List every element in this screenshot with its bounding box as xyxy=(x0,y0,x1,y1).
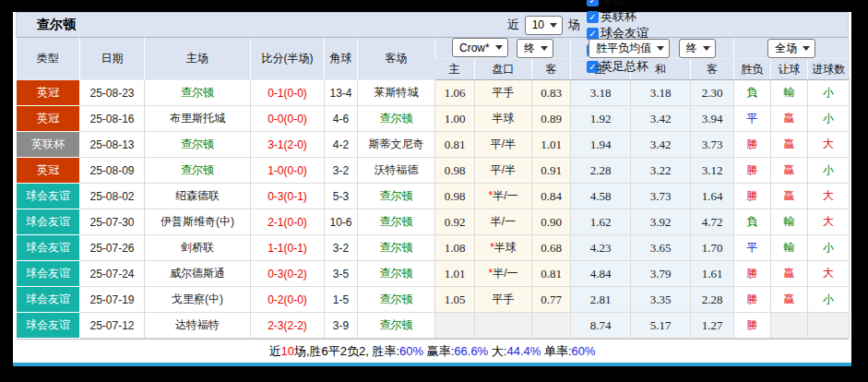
league-badge: 球会友谊 xyxy=(17,261,80,287)
avg-draw-odds: 3.73 xyxy=(631,184,691,209)
league-badge: 球会友谊 xyxy=(17,287,80,313)
home-team[interactable]: 戈里察(中) xyxy=(145,287,251,313)
corners: 4-2 xyxy=(325,132,358,158)
crow-handicap: *半球 xyxy=(475,235,532,261)
match-date: 25-08-02 xyxy=(80,184,145,209)
avg-final-select[interactable]: 终 xyxy=(679,39,716,58)
home-team[interactable]: 查尔顿 xyxy=(145,132,251,158)
away-team[interactable]: 沃特福德 xyxy=(358,158,435,184)
away-team[interactable]: 查尔顿 xyxy=(358,235,435,261)
scope-select[interactable]: 全场 xyxy=(767,39,815,58)
home-team[interactable]: 布里斯托城 xyxy=(145,106,251,132)
result-cell: 勝 xyxy=(734,313,771,339)
match-date: 25-08-23 xyxy=(80,80,145,106)
checkbox-checked-icon[interactable]: ✓ xyxy=(587,28,599,40)
filter-label: 英足总杯 xyxy=(600,58,648,75)
checkbox-checked-icon[interactable]: ✓ xyxy=(587,0,599,6)
home-team[interactable]: 威尔德斯通 xyxy=(145,261,251,287)
corners: 3-9 xyxy=(325,313,358,339)
corners: 3-5 xyxy=(325,261,358,287)
league-badge: 球会友谊 xyxy=(17,313,80,339)
filter-item-英冠[interactable]: ✓英冠 xyxy=(587,0,648,8)
league-badge: 英联杯 xyxy=(17,132,80,158)
goals-result-cell: 大 xyxy=(808,209,850,235)
league-filter-group: 同客✓英冠✓英联杯✓球会友谊✓英甲✓英足总杯 xyxy=(583,0,648,75)
spread-result-cell: 贏 xyxy=(771,158,808,184)
corners: 5-3 xyxy=(325,184,358,209)
avg-home-odds: 1.62 xyxy=(571,209,631,235)
chevron-down-icon xyxy=(495,45,503,50)
match-date: 25-08-09 xyxy=(80,158,145,184)
away-team[interactable]: 查尔顿 xyxy=(358,106,435,132)
summary-bar: 近10场,胜6平2负2, 胜率:60% 赢率:66.6% 大:44.4% 单率:… xyxy=(16,339,849,363)
avg-home-odds: 1.94 xyxy=(571,132,631,158)
crow-home-odds: 0.98 xyxy=(435,184,475,209)
league-badge: 英冠 xyxy=(17,80,80,106)
match-row: 球会友谊25-07-12达特福特2-3(2-2)3-9查尔顿8.745.171.… xyxy=(17,313,850,339)
crow-home-odds: 0.92 xyxy=(435,209,475,235)
avg-odds-group: 胜平负均值 终 xyxy=(571,38,734,59)
away-team[interactable]: 查尔顿 xyxy=(358,261,435,287)
sub-header-avg-away: 客 xyxy=(691,59,734,80)
odds-final-select[interactable]: 终 xyxy=(517,39,553,58)
away-team[interactable]: 查尔顿 xyxy=(358,313,435,339)
goals-result-cell: 大 xyxy=(808,184,850,209)
avg-draw-odds: 3.18 xyxy=(631,80,691,106)
avg-draw-odds: 3.35 xyxy=(631,287,691,313)
away-team[interactable]: 查尔顿 xyxy=(358,287,435,313)
avg-away-odds: 3.12 xyxy=(691,158,734,184)
crow-handicap: 平/半 xyxy=(475,158,532,184)
match-score: 1-1(0-1) xyxy=(251,235,325,261)
summary-segment: 单率: xyxy=(541,343,571,360)
crow-home-odds: 1.05 xyxy=(435,287,475,313)
away-team[interactable]: 查尔顿 xyxy=(358,184,435,209)
filter-item-英联杯[interactable]: ✓英联杯 xyxy=(587,8,648,25)
home-team[interactable]: 查尔顿 xyxy=(145,80,251,106)
home-team[interactable]: 绍森德联 xyxy=(145,184,251,209)
avg-final-value: 终 xyxy=(686,41,697,56)
home-team[interactable]: 剑桥联 xyxy=(145,235,251,261)
col-header-home: 主场 xyxy=(145,38,251,80)
odds-source-select[interactable]: Crow* xyxy=(452,38,508,57)
avg-draw-odds: 3.92 xyxy=(631,209,691,235)
match-row: 球会友谊25-07-24威尔德斯通0-3(0-2)3-5查尔顿1.01*半/一0… xyxy=(17,261,850,287)
match-row: 英冠25-08-23查尔顿0-1(0-0)13-4莱斯特城1.06平手0.833… xyxy=(17,80,850,106)
checkbox-checked-icon[interactable]: ✓ xyxy=(587,11,599,23)
match-count-select[interactable]: 10 xyxy=(525,16,563,35)
page-title: 查尔顿 xyxy=(37,17,76,33)
league-badge: 英冠 xyxy=(17,106,80,132)
avg-draw-odds: 3.79 xyxy=(631,261,691,287)
match-score: 0-0(0-0) xyxy=(251,106,325,132)
away-team[interactable]: 查尔顿 xyxy=(358,209,435,235)
league-badge: 球会友谊 xyxy=(17,235,80,261)
crow-away-odds: 0.91 xyxy=(532,158,571,184)
away-team[interactable]: 莱斯特城 xyxy=(358,80,435,106)
spread-result-cell: 贏 xyxy=(771,287,808,313)
match-score: 0-2(0-0) xyxy=(251,287,325,313)
goals-result-cell: 小 xyxy=(808,235,850,261)
avg-source-select[interactable]: 胜平负均值 xyxy=(589,39,670,58)
chevron-down-icon xyxy=(803,46,810,51)
avg-away-odds: 3.73 xyxy=(691,132,734,158)
summary-segment: 60% xyxy=(572,344,596,358)
stats-panel: 查尔顿 近 10 场 同客✓英冠✓英联杯✓球会友谊✓英甲✓英足总杯 类型 日期 … xyxy=(13,12,851,366)
col-header-corners: 角球 xyxy=(325,38,358,80)
result-cell: 勝 xyxy=(734,158,771,184)
col-header-date: 日期 xyxy=(80,38,145,80)
corners: 3-2 xyxy=(325,235,358,261)
avg-draw-odds: 3.42 xyxy=(631,132,691,158)
col-header-away: 客场 xyxy=(358,38,435,80)
match-row: 英联杯25-08-13查尔顿3-1(2-0)4-2斯蒂文尼奇0.81平/半1.0… xyxy=(17,132,850,158)
corners: 3-2 xyxy=(325,158,358,184)
home-team[interactable]: 伊普斯维奇(中) xyxy=(145,209,251,235)
avg-home-odds: 8.74 xyxy=(571,313,631,339)
result-cell: 勝 xyxy=(734,132,771,158)
home-team[interactable]: 查尔顿 xyxy=(145,158,251,184)
crow-home-odds: 0.81 xyxy=(435,132,475,158)
match-row: 英冠25-08-16布里斯托城0-0(0-0)4-6查尔顿1.00半球0.891… xyxy=(17,106,850,132)
corners: 13-4 xyxy=(325,80,358,106)
summary-segment: 44.4% xyxy=(506,344,541,358)
away-team[interactable]: 斯蒂文尼奇 xyxy=(358,132,435,158)
home-team[interactable]: 达特福特 xyxy=(145,313,251,339)
result-cell: 平 xyxy=(734,235,771,261)
